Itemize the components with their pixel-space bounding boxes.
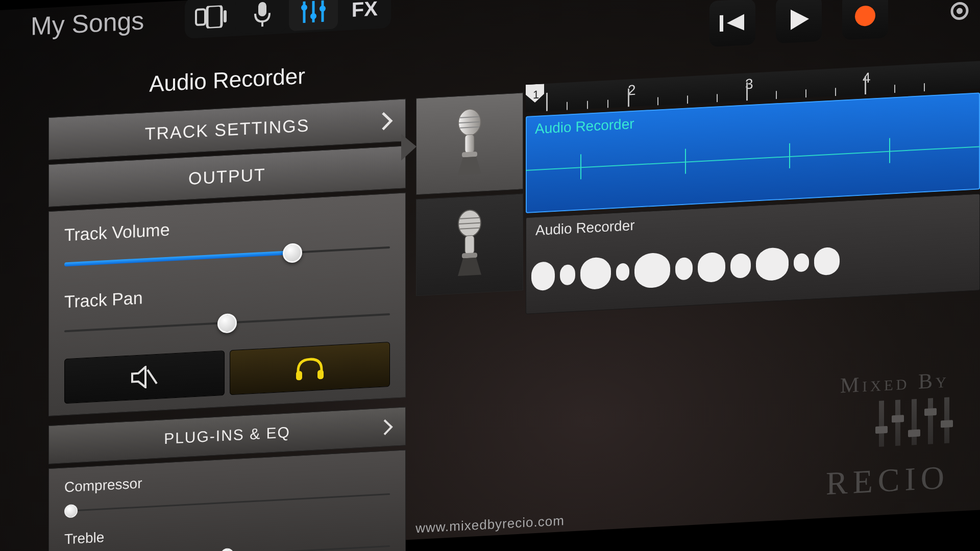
microphone-icon bbox=[452, 208, 487, 282]
svg-rect-11 bbox=[720, 15, 723, 32]
svg-rect-2 bbox=[224, 10, 227, 22]
record-button[interactable] bbox=[842, 0, 888, 40]
region-name: Audio Recorder bbox=[535, 116, 634, 137]
chevron-right-icon bbox=[381, 111, 394, 132]
track-header[interactable] bbox=[416, 92, 523, 195]
volume-label: Track Volume bbox=[64, 208, 390, 245]
svg-marker-12 bbox=[727, 14, 744, 32]
svg-marker-27 bbox=[458, 157, 481, 175]
panel-title: Audio Recorder bbox=[48, 58, 406, 102]
audio-region[interactable]: Audio Recorder bbox=[526, 92, 980, 213]
svg-rect-20 bbox=[317, 370, 324, 380]
track-settings-panel: Audio Recorder TRACK SETTINGS OUTPUT Tra… bbox=[48, 58, 406, 551]
svg-marker-17 bbox=[132, 367, 145, 388]
svg-point-8 bbox=[310, 13, 316, 19]
play-button[interactable] bbox=[776, 0, 822, 43]
track-header[interactable] bbox=[416, 193, 523, 296]
microphone-icon bbox=[452, 107, 487, 181]
svg-point-10 bbox=[320, 6, 326, 12]
mute-button[interactable] bbox=[64, 350, 225, 404]
svg-rect-32 bbox=[465, 235, 474, 254]
svg-marker-34 bbox=[458, 258, 481, 276]
waveform bbox=[531, 224, 974, 306]
svg-line-18 bbox=[148, 369, 157, 384]
svg-rect-3 bbox=[258, 2, 266, 17]
audio-region[interactable]: Audio Recorder bbox=[526, 193, 980, 314]
watermark-url: www.mixedbyrecio.com bbox=[415, 513, 565, 536]
svg-point-16 bbox=[957, 8, 963, 14]
svg-rect-0 bbox=[196, 9, 205, 25]
region-name: Audio Recorder bbox=[535, 217, 635, 239]
fx-button[interactable]: FX bbox=[340, 0, 389, 29]
volume-slider[interactable] bbox=[64, 238, 390, 274]
record-icon bbox=[853, 3, 877, 29]
timeline: 1 2 3 4 Audio Recorder bbox=[526, 61, 980, 314]
bar-number: 4 bbox=[863, 70, 871, 87]
microphone-icon bbox=[252, 1, 273, 28]
tracks-view-button[interactable] bbox=[187, 0, 236, 37]
pan-label: Track Pan bbox=[64, 275, 390, 312]
svg-rect-26 bbox=[462, 152, 477, 158]
svg-point-6 bbox=[301, 4, 307, 11]
input-mic-button[interactable] bbox=[238, 0, 287, 34]
svg-rect-33 bbox=[462, 253, 477, 259]
tracks-icon bbox=[195, 5, 228, 29]
watermark-line2: RECIO bbox=[826, 459, 949, 503]
mixer-icon bbox=[299, 0, 328, 25]
transport-controls bbox=[709, 0, 970, 47]
loop-indicator-icon bbox=[949, 0, 970, 21]
svg-rect-25 bbox=[465, 134, 474, 153]
play-icon bbox=[787, 7, 811, 33]
plugins-label: PLUG-INS & EQ bbox=[164, 423, 290, 447]
track-headers bbox=[416, 92, 523, 296]
svg-point-14 bbox=[855, 5, 875, 27]
output-label: OUTPUT bbox=[188, 164, 266, 188]
watermark: Mixed By RECIO bbox=[826, 368, 949, 503]
mute-icon bbox=[130, 365, 159, 389]
svg-rect-1 bbox=[207, 5, 222, 28]
view-toolbar: FX bbox=[185, 0, 391, 39]
my-songs-button[interactable]: My Songs bbox=[31, 6, 144, 41]
headphones-icon bbox=[294, 356, 326, 382]
watermark-line1: Mixed By bbox=[826, 368, 949, 399]
pan-slider[interactable] bbox=[64, 305, 390, 341]
chevron-right-icon bbox=[383, 418, 394, 436]
track-settings-label: TRACK SETTINGS bbox=[145, 115, 310, 144]
bar-number: 1 bbox=[533, 88, 539, 102]
svg-marker-13 bbox=[791, 9, 809, 30]
mixer-button[interactable] bbox=[289, 0, 338, 31]
rewind-icon bbox=[719, 12, 746, 34]
rewind-button[interactable] bbox=[709, 0, 755, 47]
svg-rect-19 bbox=[296, 371, 302, 381]
solo-headphones-button[interactable] bbox=[230, 342, 390, 395]
